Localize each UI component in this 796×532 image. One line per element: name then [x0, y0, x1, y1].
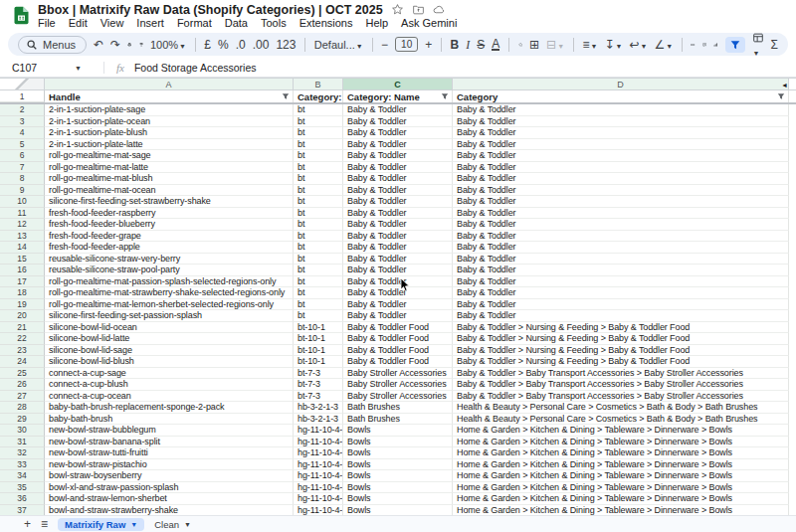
vertical-scrollbar[interactable] — [789, 310, 796, 322]
cell-handle[interactable]: bowl-xl-and-straw-passion-splash — [45, 482, 294, 494]
cell-handle[interactable]: connect-a-cup-blush — [45, 379, 294, 391]
zoom-select[interactable]: 100%▼ — [150, 39, 186, 51]
functions-icon[interactable]: Σ — [771, 39, 778, 51]
vertical-scrollbar[interactable] — [789, 322, 796, 334]
row-number[interactable]: 35 — [0, 482, 45, 494]
cell-handle[interactable]: baby-bath-brush-replacement-sponge-2-pac… — [45, 402, 294, 414]
cell-category-id[interactable]: bt — [294, 242, 343, 254]
cell-handle[interactable]: silicone-first-feeding-set-passion-splas… — [45, 310, 294, 322]
cell-category-name[interactable]: Baby & Toddler Food — [343, 345, 453, 357]
menu-item-data[interactable]: Data — [225, 17, 248, 29]
move-folder-icon[interactable] — [412, 3, 425, 16]
cell-handle[interactable]: fresh-food-feeder-raspberry — [45, 208, 294, 220]
cell-handle[interactable]: 2-in-1-suction-plate-latte — [45, 139, 294, 151]
row-number[interactable]: 18 — [0, 287, 45, 299]
cell-category-id[interactable]: bt — [294, 208, 343, 220]
cell-category-id[interactable]: bt-10-1 — [294, 345, 343, 357]
vertical-scrollbar[interactable] — [789, 219, 796, 231]
menu-item-edit[interactable]: Edit — [69, 17, 88, 29]
cell-handle[interactable]: connect-a-cup-ocean — [45, 391, 294, 403]
cell-category-id[interactable]: bt — [294, 265, 343, 276]
row-number[interactable]: 17 — [0, 276, 45, 288]
vertical-scrollbar[interactable] — [789, 90, 796, 102]
cell-category[interactable]: Baby & Toddler — [453, 139, 789, 151]
row-number[interactable]: 15 — [0, 254, 45, 266]
vertical-scrollbar[interactable] — [789, 470, 796, 482]
vertical-scrollbar[interactable] — [789, 242, 796, 254]
cell-handle[interactable]: fresh-food-feeder-blueberry — [45, 219, 294, 231]
row-number[interactable]: 27 — [0, 391, 45, 403]
row-number[interactable]: 5 — [0, 139, 45, 151]
cell-category[interactable]: Baby & Toddler — [453, 173, 789, 185]
cell-handle[interactable]: silicone-first-feeding-set-strawberry-sh… — [45, 196, 294, 208]
cell-handle[interactable]: new-bowl-straw-bubblegum — [45, 425, 294, 437]
cell-handle[interactable]: silicone-bowl-lid-sage — [45, 345, 294, 357]
cell-handle[interactable]: connect-a-cup-sage — [45, 368, 294, 380]
cell-category[interactable]: Baby & Toddler — [453, 287, 789, 299]
cell-category[interactable]: Baby & Toddler > Nursing & Feeding > Bab… — [453, 333, 789, 345]
cell-category-id[interactable]: bt — [294, 219, 343, 231]
cell-category[interactable]: Baby & Toddler — [453, 127, 789, 139]
cell-category[interactable]: Baby & Toddler — [453, 254, 789, 266]
row-number[interactable]: 8 — [0, 173, 45, 185]
column-header-d[interactable]: D◄ — [453, 78, 789, 90]
tab-clean[interactable]: Clean▼ — [154, 519, 191, 530]
vertical-align-button[interactable]: ↧▼ — [604, 39, 622, 51]
cell-handle[interactable]: 2-in-1-suction-plate-sage — [45, 104, 294, 116]
cell-category-name[interactable]: Baby & Toddler — [343, 310, 453, 322]
vertical-scrollbar[interactable] — [789, 185, 796, 197]
menu-item-format[interactable]: Format — [177, 17, 212, 29]
cell-handle[interactable]: baby-bath-brush — [45, 414, 294, 426]
cell-category[interactable]: Home & Garden > Kitchen & Dining > Table… — [453, 482, 789, 494]
cell-category-id[interactable]: bt — [294, 162, 343, 174]
row-number[interactable]: 34 — [0, 470, 45, 482]
cell-category-name[interactable]: Baby & Toddler Food — [343, 356, 453, 368]
column-header-b[interactable]: B — [294, 78, 343, 90]
vertical-scrollbar[interactable] — [789, 127, 796, 139]
cell-category[interactable]: Baby & Toddler — [453, 276, 789, 288]
cell-handle[interactable]: new-bowl-straw-banana-split — [45, 437, 294, 448]
cell-category[interactable]: Baby & Toddler — [453, 242, 789, 254]
vertical-scrollbar[interactable] — [789, 150, 796, 162]
row-number[interactable]: 36 — [0, 493, 45, 505]
cell-category-name[interactable]: Baby & Toddler — [343, 127, 453, 139]
cell-handle[interactable]: bowl-straw-boysenberry — [45, 470, 294, 482]
currency-format-icon[interactable]: £ — [204, 39, 211, 51]
tab-matrixify-raw[interactable]: Matrixify Raw▼ — [58, 518, 144, 531]
cell-handle[interactable]: fresh-food-feeder-grape — [45, 231, 294, 243]
header-cell-category-name[interactable]: Category: Name — [343, 90, 453, 102]
cell-category[interactable]: Health & Beauty > Personal Care > Cosmet… — [453, 402, 789, 414]
cell-category-name[interactable]: Baby & Toddler — [343, 254, 453, 266]
vertical-scrollbar[interactable] — [789, 425, 796, 437]
filter-icon[interactable] — [441, 92, 449, 100]
cell-handle[interactable]: roll-go-mealtime-mat-ocean — [45, 185, 294, 197]
row-number[interactable]: 29 — [0, 414, 45, 426]
cell-handle[interactable]: roll-go-mealtime-mat-sage — [45, 150, 294, 162]
row-number[interactable]: 30 — [0, 425, 45, 437]
horizontal-align-button[interactable]: ≡▼ — [582, 39, 597, 51]
row-number[interactable]: 28 — [0, 402, 45, 414]
cell-category-name[interactable]: Bowls — [343, 437, 453, 448]
insert-comment-icon[interactable] — [702, 39, 706, 51]
cell-handle[interactable]: reusable-silicone-straw-very-berry — [45, 254, 294, 266]
row-number[interactable]: 11 — [0, 208, 45, 220]
font-family-select[interactable]: Defaul...▼ — [314, 39, 363, 51]
cell-handle[interactable]: fresh-food-feeder-apple — [45, 242, 294, 254]
cell-handle[interactable]: new-bowl-straw-tutti-fruitti — [45, 447, 294, 459]
cell-category-id[interactable]: bt-7-3 — [294, 391, 343, 403]
merge-cells-button[interactable]: ⊟▼ — [546, 39, 564, 51]
vertical-scrollbar[interactable] — [789, 173, 796, 185]
row-number[interactable]: 7 — [0, 162, 45, 174]
cell-category-id[interactable]: hg-11-10-4-1 — [294, 425, 343, 437]
cell-category-name[interactable]: Baby & Toddler — [343, 231, 453, 243]
cell-category-name[interactable]: Baby & Toddler — [343, 116, 453, 128]
borders-icon[interactable]: ⊞ — [529, 39, 539, 51]
vertical-scrollbar[interactable] — [789, 276, 796, 288]
fill-color-icon[interactable] — [518, 39, 522, 51]
cell-category-id[interactable]: bt — [294, 310, 343, 322]
cell-category[interactable]: Home & Garden > Kitchen & Dining > Table… — [453, 459, 789, 471]
cell-category[interactable]: Baby & Toddler — [453, 196, 789, 208]
cell-category-id[interactable]: bt-7-3 — [294, 379, 343, 391]
document-title[interactable]: Bbox | Matrixify Raw Data (Shopify Categ… — [38, 3, 383, 17]
row-number[interactable]: 25 — [0, 368, 45, 380]
